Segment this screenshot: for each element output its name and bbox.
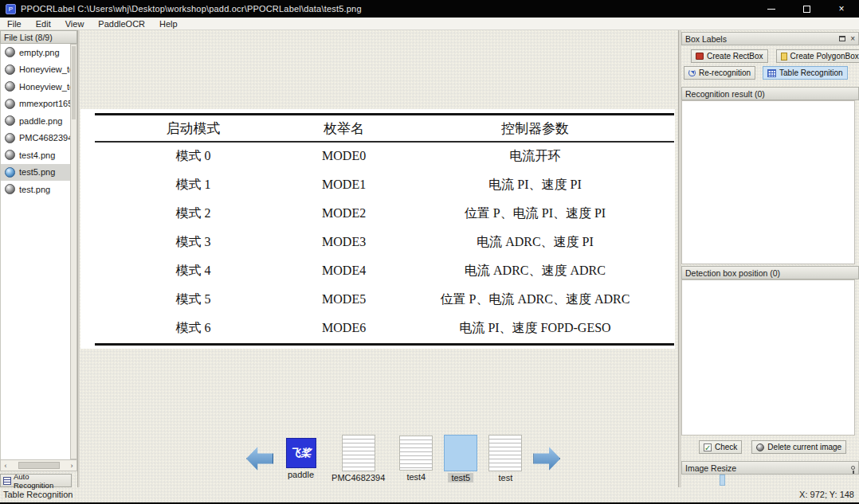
delete-image-label: Delete current image <box>767 443 841 451</box>
create-rectbox-button[interactable]: Create RectBox <box>691 49 768 63</box>
minimize-button[interactable] <box>754 0 789 18</box>
image-resize-title: Image Resize <box>685 463 736 473</box>
thumbnail-label: PMC4682394 <box>328 473 388 483</box>
image-resize-header: Image Resize <box>681 461 859 475</box>
table-cell: 电流 ADRC、速度 PI <box>396 234 674 251</box>
file-name: mmexport16506 <box>19 99 70 108</box>
close-dock-icon[interactable]: × <box>850 34 855 43</box>
close-button[interactable]: × <box>824 0 859 18</box>
scrollbar-thumb[interactable] <box>72 46 76 119</box>
file-list-item[interactable]: Honeyview_test2 <box>1 61 70 79</box>
table-recognition-button[interactable]: Table Recognition <box>763 66 848 80</box>
status-text: Table Recognition <box>3 490 73 499</box>
menu-item-file[interactable]: File <box>0 18 29 30</box>
file-list-item[interactable]: PMC4682394_00 <box>1 130 70 147</box>
table-cell: MODE2 <box>292 206 396 221</box>
file-list-item[interactable]: test4.png <box>1 147 70 164</box>
box-labels-panel: Box Labels × Create RectBox Create Polyg… <box>681 30 859 487</box>
scroll-left-icon[interactable]: ‹ <box>1 462 10 470</box>
next-image-arrow-icon[interactable] <box>533 446 560 471</box>
table-grid-icon <box>767 69 776 77</box>
box-labels-title: Box Labels <box>685 34 727 44</box>
menu-item-help[interactable]: Help <box>152 18 185 30</box>
window-title: PPOCRLabel C:\Users\whj\Desktop\workshop… <box>21 4 362 14</box>
delete-image-icon <box>756 443 764 451</box>
thumbnail-item-selected[interactable]: test5 <box>444 435 477 483</box>
close-icon: × <box>838 3 844 14</box>
detection-box-position-list[interactable] <box>681 279 855 436</box>
thumbnail-label: test5 <box>448 473 473 483</box>
table-cell: 电流开环 <box>396 148 674 165</box>
table-row: 模式 3 MODE3 电流 ADRC、速度 PI <box>95 228 674 256</box>
scroll-right-icon[interactable]: › <box>67 462 76 470</box>
table-cell: 模式 5 <box>95 291 292 308</box>
file-list-item[interactable]: Honeyview_test3 <box>1 78 70 96</box>
menu-item-edit[interactable]: Edit <box>29 18 58 30</box>
thumbnail-item[interactable]: test <box>488 435 522 483</box>
create-rectbox-label: Create RectBox <box>707 52 763 61</box>
thumbnail-image[interactable] <box>342 435 375 471</box>
delete-current-image-button[interactable]: Delete current image <box>751 440 846 454</box>
table-cell: 位置 P、电流 PI、速度 PI <box>396 205 674 222</box>
file-list-item-selected[interactable]: test5.png <box>1 164 70 182</box>
image-file-icon <box>5 167 15 178</box>
maximize-icon <box>803 6 810 13</box>
image-file-icon <box>5 64 15 75</box>
thumbnail-image[interactable] <box>399 436 433 471</box>
file-list-item[interactable]: empty.png <box>1 44 70 61</box>
re-recognition-label: Re-recognition <box>699 68 751 77</box>
file-name: test.png <box>19 185 50 194</box>
thumbnail-item[interactable]: PMC4682394 <box>328 435 388 483</box>
thumbnail-image[interactable]: 飞桨 <box>286 438 316 468</box>
table-row: 模式 4 MODE4 电流 ADRC、速度 ADRC <box>95 256 674 285</box>
pin-icon[interactable] <box>851 466 855 470</box>
scrollbar-thumb[interactable] <box>18 462 60 469</box>
thumbnail-item[interactable]: 飞桨 paddle <box>284 438 317 479</box>
file-list-item[interactable]: test.png <box>1 181 70 198</box>
document-table: 启动模式 枚举名 控制器参数 模式 0 MODE0 电流开环 模式 1 MODE… <box>95 109 674 349</box>
table-cell: 电流 PI、速度 FOPD-GESO <box>396 320 674 337</box>
file-name: test5.png <box>19 167 55 177</box>
title-bar: P PPOCRLabel C:\Users\whj\Desktop\worksh… <box>0 0 859 18</box>
thumbnail-bar: 飞桨 paddle PMC4682394 test4 test5 test <box>246 435 560 483</box>
table-cell: 模式 6 <box>95 320 292 337</box>
create-polygonbox-button[interactable]: Create PolygonBox <box>776 49 859 63</box>
file-list-vertical-scrollbar[interactable] <box>70 44 77 459</box>
menu-bar: File Edit View PaddleOCR Help <box>0 18 859 30</box>
menu-item-view[interactable]: View <box>58 18 92 30</box>
table-header-cell: 控制器参数 <box>396 119 674 138</box>
maximize-button[interactable] <box>789 0 824 18</box>
thumbnail-image[interactable] <box>444 435 477 471</box>
minimize-icon <box>767 9 775 10</box>
table-cell: 模式 3 <box>95 234 292 251</box>
float-dock-icon[interactable] <box>839 36 845 41</box>
table-cell: MODE1 <box>292 178 396 192</box>
menu-item-paddleocr[interactable]: PaddleOCR <box>91 18 152 30</box>
file-list-item[interactable]: mmexport16506 <box>1 96 70 113</box>
auto-recognition-button[interactable]: Auto Recognition <box>0 474 72 487</box>
image-canvas[interactable]: 启动模式 枚举名 控制器参数 模式 0 MODE0 电流开环 模式 1 MODE… <box>77 30 681 487</box>
rectbox-icon <box>696 53 704 60</box>
recognition-result-header: Recognition result (0) <box>681 87 859 100</box>
table-cell: 模式 2 <box>95 205 292 222</box>
thumbnail-item[interactable]: test4 <box>399 436 433 482</box>
refresh-icon <box>688 69 696 76</box>
previous-image-arrow-icon[interactable] <box>246 446 273 471</box>
file-list-horizontal-scrollbar[interactable]: ‹ › <box>0 459 77 471</box>
table-recognition-label: Table Recognition <box>779 68 843 77</box>
slider-handle[interactable] <box>720 475 725 486</box>
document-image[interactable]: 启动模式 枚举名 控制器参数 模式 0 MODE0 电流开环 模式 1 MODE… <box>80 109 675 349</box>
thumbnail-image[interactable] <box>488 435 522 471</box>
image-file-icon <box>5 184 15 194</box>
image-file-icon <box>5 99 15 109</box>
recognition-result-list[interactable] <box>681 100 855 264</box>
check-button[interactable]: ✓ Check <box>699 440 742 454</box>
image-resize-slider[interactable] <box>681 475 859 487</box>
image-file-icon <box>5 81 15 92</box>
file-name: Honeyview_test3 <box>19 82 70 92</box>
file-list-item[interactable]: paddle.png <box>1 112 70 130</box>
file-name: PMC4682394_00 <box>19 133 70 143</box>
table-cell: 模式 4 <box>95 263 292 279</box>
thumbnail-label: paddle <box>284 470 317 479</box>
re-recognition-button[interactable]: Re-recognition <box>684 66 755 80</box>
